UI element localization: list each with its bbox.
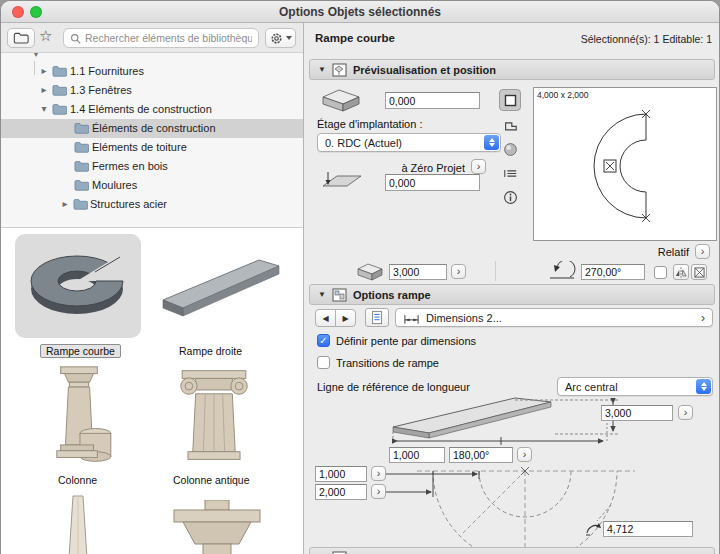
- folder-view-button[interactable]: [7, 28, 35, 48]
- tree-item-elements-construction-parent[interactable]: ▾ 1.4 Eléments de construction: [1, 100, 303, 119]
- object-label-rampe-courbe[interactable]: Rampe courbe: [40, 344, 121, 358]
- folder-icon: [52, 103, 67, 115]
- popup-stepper-icon: [696, 379, 711, 394]
- list-icon: [503, 167, 518, 180]
- ramp-width-field[interactable]: [389, 447, 445, 463]
- object-thumb-partial-1[interactable]: [53, 494, 103, 554]
- ramp-transitions-checkbox[interactable]: [317, 356, 330, 369]
- arc-length-icon: [585, 521, 601, 536]
- library-toolbar: ☆: [1, 23, 303, 53]
- offset-field[interactable]: [385, 174, 480, 191]
- slope-by-dimensions-label[interactable]: Définir pente par dimensions: [336, 335, 476, 347]
- relative-menu-button[interactable]: ›: [695, 244, 710, 259]
- tree-item-moulures[interactable]: Moulures: [1, 176, 303, 195]
- section-ramp-options[interactable]: ▼ Options rampe: [309, 284, 715, 305]
- chevron-down-icon[interactable]: ▾: [39, 103, 49, 114]
- info-view-button[interactable]: [499, 186, 521, 208]
- object-height-field[interactable]: [389, 264, 447, 280]
- outer-radius-field[interactable]: [315, 484, 367, 500]
- section-collapse-icon[interactable]: ▼: [318, 65, 326, 74]
- arc-angle-menu-button[interactable]: ›: [517, 447, 532, 462]
- folder-icon: [74, 179, 89, 191]
- object-height-menu-button[interactable]: ›: [451, 264, 466, 279]
- inner-radius-menu-button[interactable]: ›: [371, 466, 386, 481]
- object-label-colonne-antique[interactable]: Colonne antique: [173, 474, 249, 486]
- dimension-icon: [403, 312, 420, 324]
- folder-icon: [74, 141, 89, 153]
- object-thumb-colonne[interactable]: [31, 362, 126, 470]
- tree-item-elements-construction[interactable]: Éléments de construction: [1, 119, 303, 138]
- info-icon: [503, 190, 518, 205]
- section-next-partial[interactable]: ▼: [309, 547, 715, 554]
- transfer-settings-icon: [370, 310, 384, 325]
- settings-menu-button[interactable]: [265, 28, 296, 48]
- library-search-field[interactable]: [63, 28, 259, 48]
- chevron-right-icon[interactable]: ▸: [39, 84, 49, 95]
- gear-icon: [270, 32, 283, 45]
- previous-page-button[interactable]: ◀: [315, 309, 336, 327]
- description-view-button[interactable]: [499, 162, 521, 184]
- inner-radius-field[interactable]: [315, 466, 367, 482]
- tree-item-label: Structures acier: [90, 198, 167, 210]
- section-title: Options rampe: [353, 289, 431, 301]
- popup-stepper-icon: [484, 135, 499, 150]
- chevron-right-icon[interactable]: ▸: [60, 198, 70, 209]
- folder-icon: [74, 122, 89, 134]
- floor-plan-icon: [504, 94, 517, 107]
- zero-reference-label[interactable]: à Zéro Projet: [363, 162, 465, 174]
- object-label-rampe-droite[interactable]: Rampe droite: [179, 345, 242, 357]
- section-preview-position[interactable]: ▼ Prévisualisation et position: [309, 59, 715, 80]
- floor-plan-view-button[interactable]: [499, 89, 521, 111]
- ramp-transitions-label[interactable]: Transitions de rampe: [336, 357, 439, 369]
- crossed-box-button[interactable]: [691, 264, 707, 280]
- three-d-view-button[interactable]: [499, 138, 521, 160]
- search-icon: [70, 33, 81, 44]
- object-thumb-partial-2[interactable]: [169, 500, 265, 554]
- symbol-preview[interactable]: 4,000 x 2,000: [533, 87, 717, 241]
- chevron-down-icon[interactable]: ▾: [31, 53, 41, 59]
- rotation-angle-field[interactable]: [581, 264, 645, 280]
- tree-item-elements-toiture[interactable]: Eléments de toiture: [1, 138, 303, 157]
- tree-item-fermes-bois[interactable]: Fermes en bois: [1, 157, 303, 176]
- folder-icon: [73, 198, 88, 210]
- preview-section-icon: [332, 63, 347, 77]
- ramp-options-section-icon: [332, 288, 347, 302]
- object-thumb-rampe-droite[interactable]: [151, 234, 291, 338]
- mirror-checkbox[interactable]: [654, 266, 667, 279]
- next-page-button[interactable]: ▶: [335, 309, 356, 327]
- page-selector-popup[interactable]: Dimensions 2... ›: [395, 308, 713, 327]
- search-input[interactable]: [85, 32, 252, 44]
- ramp-height-menu-button[interactable]: ›: [678, 405, 693, 420]
- tree-item-fenetres[interactable]: ▸ 1.3 Fenêtres: [1, 81, 303, 100]
- arc-length-field[interactable]: [603, 521, 693, 537]
- elevation-field[interactable]: [385, 92, 480, 109]
- zero-reference-menu-button[interactable]: ›: [471, 159, 486, 174]
- chevron-right-icon[interactable]: ▸: [39, 65, 49, 76]
- object-thumb-colonne-antique[interactable]: [156, 362, 271, 470]
- relative-label[interactable]: Relatif: [605, 246, 689, 258]
- antique-column-image: [159, 362, 269, 470]
- page-selector-value: Dimensions 2...: [426, 312, 502, 324]
- tree-item-label: 1.4 Eléments de construction: [70, 103, 212, 115]
- elevation-view-button[interactable]: [499, 114, 521, 136]
- tree-item-label: 1.1 Fournitures: [70, 65, 144, 77]
- mirror-button[interactable]: [673, 264, 689, 280]
- transfer-settings-button[interactable]: [365, 308, 389, 327]
- folder-icon: [74, 160, 89, 172]
- section-collapse-icon[interactable]: ▼: [318, 290, 326, 299]
- tree-item-label: Fermes en bois: [92, 160, 168, 172]
- ramp-plan-symbol: [534, 88, 716, 240]
- outer-radius-menu-button[interactable]: ›: [371, 484, 386, 499]
- ramp-height-field[interactable]: [601, 405, 673, 421]
- slope-by-dimensions-checkbox[interactable]: ✓: [317, 334, 330, 347]
- tree-item-structures-acier[interactable]: ▸ Structures acier: [1, 195, 303, 214]
- capital-image: [169, 500, 265, 554]
- titlebar: Options Objets sélectionnés: [1, 1, 719, 23]
- favorites-star-icon[interactable]: ☆: [39, 27, 52, 45]
- tree-item-fournitures[interactable]: ▸ 1.1 Fournitures: [1, 62, 303, 81]
- object-label-colonne[interactable]: Colonne: [58, 474, 97, 486]
- storey-popup[interactable]: 0. RDC (Actuel): [317, 133, 501, 152]
- selection-status: Sélectionné(s): 1 Editable: 1: [581, 33, 712, 45]
- object-thumb-rampe-courbe[interactable]: [15, 234, 141, 338]
- arc-angle-field[interactable]: [449, 447, 513, 463]
